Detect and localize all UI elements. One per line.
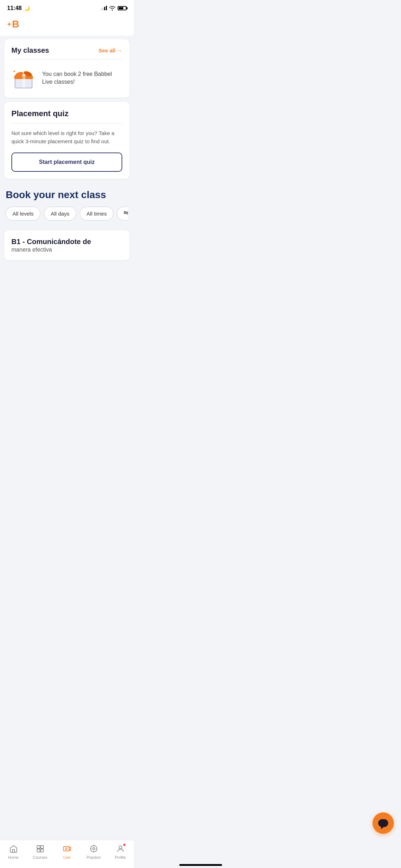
svg-text:✦: ✦ (31, 76, 34, 79)
class-preview-title: B1 - Comunicándote de (11, 238, 122, 246)
svg-point-9 (124, 211, 126, 213)
my-classes-card: My classes See all → ✦ ✦ (4, 39, 129, 98)
status-icons (101, 6, 127, 11)
filter-all-days[interactable]: All days (44, 207, 76, 221)
filter-icon (124, 211, 128, 216)
status-bar: 11:48 🌙 (0, 0, 134, 14)
classes-content: ✦ ✦ You can book 2 free Babbel Live clas… (11, 66, 122, 91)
svg-text:✦: ✦ (13, 69, 16, 73)
signal-icon (101, 6, 107, 10)
my-classes-header: My classes See all → (11, 46, 122, 55)
classes-description: You can book 2 free Babbel Live classes! (42, 70, 122, 86)
svg-point-10 (127, 213, 128, 214)
logo-plus: + (7, 20, 11, 29)
moon-icon: 🌙 (24, 5, 30, 11)
placement-quiz-description: Not sure which level is right for you? T… (11, 129, 122, 145)
filter-pills: All levels All days All times M (6, 207, 128, 222)
quiz-divider (11, 123, 122, 124)
book-section: Book your next class All levels All days… (0, 183, 134, 226)
start-placement-quiz-button[interactable]: Start placement quiz (11, 153, 122, 172)
filter-all-levels[interactable]: All levels (6, 207, 40, 221)
see-all-link[interactable]: See all → (98, 47, 122, 53)
class-preview-subtitle: manera efectiva (11, 247, 122, 253)
filter-more[interactable]: M (117, 207, 128, 221)
placement-quiz-card: Placement quiz Not sure which level is r… (4, 102, 129, 179)
class-card-preview[interactable]: B1 - Comunicándote de manera efectiva (4, 231, 129, 260)
placement-quiz-title: Placement quiz (11, 109, 122, 118)
logo-area: + B (0, 14, 134, 36)
svg-rect-2 (22, 76, 25, 88)
main-content: My classes See all → ✦ ✦ (0, 36, 134, 289)
gift-illustration: ✦ ✦ (11, 66, 36, 91)
battery-icon (118, 6, 127, 10)
wifi-icon (109, 6, 115, 11)
book-section-title: Book your next class (6, 189, 128, 201)
divider (11, 60, 122, 60)
logo-letter: B (12, 19, 19, 30)
filter-all-times[interactable]: All times (80, 207, 114, 221)
app-logo: + B (7, 19, 127, 30)
status-time: 11:48 (7, 5, 22, 11)
my-classes-title: My classes (11, 46, 49, 55)
